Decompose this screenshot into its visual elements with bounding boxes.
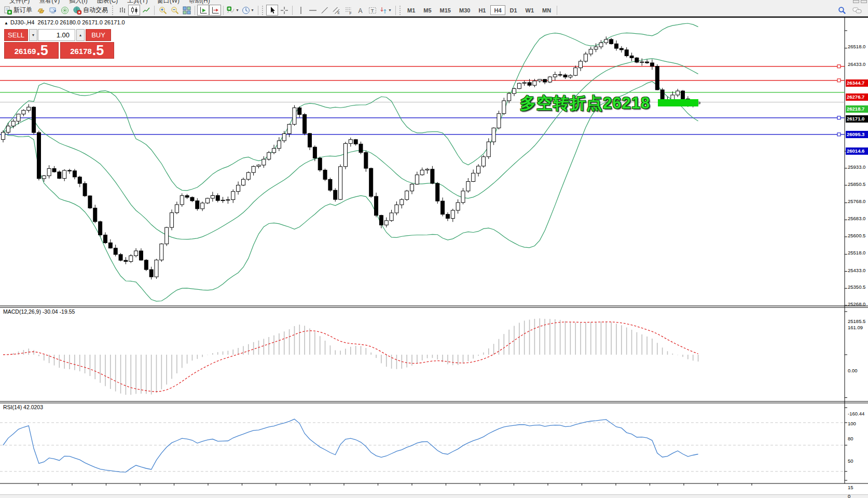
price-axis-label: 0 <box>848 493 850 498</box>
new-order-label: 新订单 <box>13 6 32 15</box>
arrows-button[interactable]: ▾ <box>378 5 393 16</box>
crosshair-button[interactable] <box>278 5 290 16</box>
toolbar-separator <box>557 6 557 15</box>
candlestick-chart-button[interactable] <box>128 5 140 16</box>
menu-item[interactable]: 插入(I) <box>69 0 87 4</box>
signal-button[interactable] <box>59 5 71 16</box>
market-depth-button[interactable] <box>35 5 47 16</box>
text-label-icon: T <box>368 6 377 15</box>
buy-price-dec: .5 <box>92 44 104 58</box>
chart-shift-button[interactable] <box>209 5 221 16</box>
channel-icon: E <box>333 6 341 15</box>
search-button[interactable] <box>836 5 848 16</box>
current-price-badge: 26171.0 <box>846 115 868 123</box>
one-click-trading-panel: SELL ▾ 1.00 ▴ BUY 26169 .5 26178 .5 <box>4 29 114 59</box>
timeframe-button-h1[interactable]: H1 <box>475 5 489 15</box>
timeframe-button-m1[interactable]: M1 <box>404 5 419 15</box>
price-axis-label: 25933.0 <box>848 164 865 170</box>
volume-decrease-button[interactable]: ▾ <box>29 29 37 41</box>
timeframe-button-m30[interactable]: M30 <box>456 5 474 15</box>
arrows-icon <box>379 6 388 15</box>
cursor-button[interactable] <box>266 5 278 16</box>
level-price-badge: 26344.7 <box>846 79 868 87</box>
chart-ohlc-title: ▲DJ30-,H4 26172.0 26180.0 26171.0 26171.… <box>4 19 125 25</box>
volume-input[interactable]: 1.00 <box>38 29 75 41</box>
price-axis-label: 25850.5 <box>848 181 865 187</box>
bollinger-bands <box>3 23 698 301</box>
menu-item[interactable]: 工具(T) <box>127 0 147 4</box>
svg-text:A: A <box>358 7 362 14</box>
macd-label: MACD(12,26,9) -30.04 -19.55 <box>3 308 75 315</box>
new-order-button[interactable]: 新订单 <box>1 5 35 16</box>
periods-button[interactable]: ▾ <box>241 5 256 16</box>
level-price-badge: 26014.6 <box>846 147 868 155</box>
candlestick-chart-icon <box>130 6 139 15</box>
signal-icon <box>61 6 69 15</box>
price-axis-label: 25350.5 <box>848 284 865 290</box>
auto-scroll-button[interactable] <box>197 5 209 16</box>
dropdown-caret-icon: ▾ <box>388 8 392 12</box>
line-chart-button[interactable] <box>140 5 152 16</box>
dropdown-caret-icon: ▾ <box>250 8 255 12</box>
text-button[interactable]: A <box>354 5 366 16</box>
timeframe-button-m5[interactable]: M5 <box>420 5 435 15</box>
buy-button[interactable]: BUY <box>86 29 111 41</box>
timeframe-button-m15[interactable]: M15 <box>436 5 454 15</box>
pivot-annotation-text[interactable]: 多空转折点26218 <box>520 92 650 114</box>
chart-canvas[interactable] <box>0 17 868 498</box>
text-label-button[interactable]: T <box>366 5 378 16</box>
menu-item[interactable]: 查看(V) <box>39 0 60 4</box>
bar-chart-button[interactable] <box>116 5 128 16</box>
level-price-badge: 26095.3 <box>846 131 868 138</box>
add-indicator-button[interactable]: ▾ <box>226 5 241 16</box>
fibonacci-button[interactable]: F <box>342 5 354 16</box>
timeframe-button-w1[interactable]: W1 <box>522 5 538 15</box>
search-icon <box>838 6 846 15</box>
status-strip <box>0 494 868 498</box>
horizontal-level-lines <box>0 65 845 136</box>
svg-text:E: E <box>337 11 340 15</box>
chart-shift-icon <box>211 6 219 15</box>
sell-button[interactable]: SELL <box>4 29 28 41</box>
price-axis-label: -160.44 <box>848 411 864 416</box>
horizontal-line-button[interactable] <box>307 5 319 16</box>
sell-price-display[interactable]: 26169 .5 <box>4 42 59 59</box>
window-restore-button[interactable] <box>853 0 859 3</box>
buy-price-display[interactable]: 26178 .5 <box>60 42 115 59</box>
pivot-level-marker[interactable] <box>658 99 698 106</box>
clock-icon <box>242 6 250 15</box>
volume-increase-button[interactable]: ▴ <box>76 29 85 41</box>
toolbar-separator <box>258 6 258 15</box>
timeframe-button-h4[interactable]: H4 <box>490 5 505 15</box>
menu-bar[interactable]: 文件(F)查看(V)插入(I)图表(C)工具(T)窗口(W)帮助(H) <box>0 0 868 4</box>
chat-button[interactable] <box>851 5 863 16</box>
toolbar-separator <box>223 6 224 15</box>
rsi-label: RSI(14) 42.0203 <box>3 404 43 410</box>
zoom-out-button[interactable] <box>169 5 181 16</box>
price-axis-label: 25683.0 <box>848 216 865 221</box>
zoom-out-icon <box>171 6 179 15</box>
toolbar-separator <box>395 6 396 15</box>
timeframe-button-mn[interactable]: MN <box>539 5 555 15</box>
menu-item[interactable]: 帮助(H) <box>189 0 210 4</box>
gold-bars-icon <box>37 6 45 15</box>
trendline-button[interactable] <box>319 5 330 16</box>
new-order-icon <box>4 6 12 15</box>
auto-trading-button[interactable]: 自动交易 <box>71 5 111 16</box>
price-axis-label: 25185.5 <box>848 318 865 324</box>
rsi-levels <box>0 423 845 472</box>
price-axis-label: 15 <box>848 484 853 490</box>
equidistant-channel-button[interactable]: E <box>330 5 342 16</box>
terminal-button[interactable] <box>47 5 59 16</box>
trade-controls-row: SELL ▾ 1.00 ▴ BUY <box>4 29 114 41</box>
tile-windows-button[interactable] <box>181 5 192 16</box>
toolbar-grip <box>112 6 115 15</box>
menu-item[interactable]: 文件(F) <box>9 0 30 4</box>
zoom-in-button[interactable] <box>157 5 169 16</box>
metatrader-window: 文件(F)查看(V)插入(I)图表(C)工具(T)窗口(W)帮助(H) 新订单 … <box>0 0 868 498</box>
menu-item[interactable]: 图表(C) <box>97 0 118 4</box>
vertical-line-button[interactable] <box>295 5 307 16</box>
timeframe-button-d1[interactable]: D1 <box>506 5 521 15</box>
window-close-button[interactable] <box>861 0 867 3</box>
menu-item[interactable]: 窗口(W) <box>157 0 180 4</box>
